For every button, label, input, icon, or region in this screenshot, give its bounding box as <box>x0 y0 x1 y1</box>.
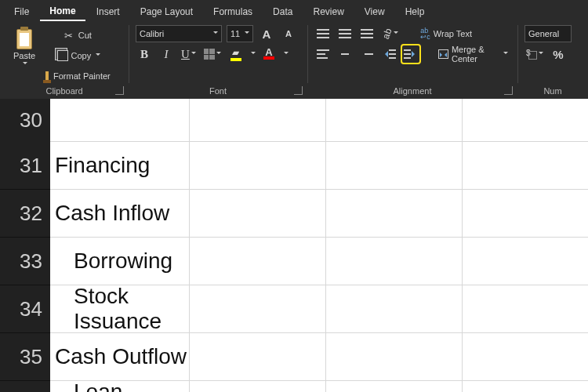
borders-button[interactable] <box>202 45 223 63</box>
group-label-clipboard[interactable]: Clipboard <box>0 83 129 99</box>
cell[interactable]: Loan Repayment <box>50 381 190 392</box>
row-header[interactable]: 32 <box>0 190 50 238</box>
group-number: General <box>517 25 580 83</box>
italic-button[interactable]: I <box>158 45 175 63</box>
cell[interactable] <box>326 333 463 381</box>
tab-review[interactable]: Review <box>303 2 353 20</box>
cell[interactable]: Cash Outflow <box>50 333 190 381</box>
tab-file[interactable]: File <box>5 2 38 20</box>
format-painter-button[interactable]: Format Painter <box>42 67 114 85</box>
paste-button[interactable]: Paste <box>11 25 38 71</box>
align-middle-button[interactable] <box>336 25 354 42</box>
cell[interactable] <box>190 99 326 142</box>
bold-button[interactable]: B <box>136 45 153 63</box>
chevron-down-icon <box>191 52 196 56</box>
cell[interactable]: Borrowing <box>50 238 190 285</box>
row-header[interactable]: 30 <box>0 99 50 142</box>
cell[interactable]: Financing <box>50 142 190 190</box>
font-color-swatch <box>263 56 274 60</box>
decrease-font-icon <box>285 29 292 38</box>
chevron-down-icon[interactable] <box>284 52 289 56</box>
merge-center-label: Merge & Center <box>452 45 499 64</box>
tab-page-layout[interactable]: Page Layout <box>131 2 202 20</box>
copy-button[interactable]: Copy <box>42 47 114 64</box>
font-name-select[interactable]: Calibri <box>136 25 222 42</box>
align-left-button[interactable] <box>314 45 332 63</box>
tab-help[interactable]: Help <box>396 2 434 20</box>
accounting-format-button[interactable] <box>524 45 545 63</box>
tab-home[interactable]: Home <box>40 2 85 21</box>
font-size-select[interactable]: 11 <box>227 25 253 42</box>
spreadsheet-grid[interactable]: 30 31 Financing 32 Cash Inflow 33 Borrow… <box>0 99 588 392</box>
underline-button[interactable]: U <box>180 45 198 63</box>
wrap-text-label: Wrap Text <box>434 29 472 38</box>
group-label-number: Num <box>517 83 588 99</box>
chevron-down-icon <box>394 31 398 36</box>
group-label-font[interactable]: Font <box>129 83 307 99</box>
percent-icon <box>553 48 563 61</box>
chevron-down-icon <box>213 31 218 36</box>
row-header[interactable]: 35 <box>0 333 50 381</box>
cell[interactable]: Stock Issuance <box>50 285 190 333</box>
tab-data[interactable]: Data <box>263 2 302 20</box>
cell[interactable] <box>190 333 326 381</box>
align-right-icon <box>361 49 373 59</box>
cell[interactable] <box>190 142 326 190</box>
cell[interactable] <box>326 238 463 285</box>
cell[interactable]: Cash Inflow <box>50 190 190 238</box>
cell[interactable] <box>326 99 463 142</box>
align-center-button[interactable] <box>336 45 354 63</box>
merge-center-button[interactable]: Merge & Center <box>435 45 511 63</box>
tab-insert[interactable]: Insert <box>87 2 129 20</box>
cell[interactable] <box>50 99 190 142</box>
cell[interactable] <box>463 142 588 190</box>
row-header[interactable]: 31 <box>0 142 50 190</box>
scissors-icon <box>64 30 75 41</box>
cell[interactable] <box>463 190 588 238</box>
chevron-down-icon <box>96 53 100 58</box>
chevron-down-icon <box>503 52 508 56</box>
align-bottom-button[interactable] <box>358 25 376 42</box>
font-name-value: Calibri <box>140 29 164 38</box>
group-label-alignment[interactable]: Alignment <box>307 83 517 99</box>
cell[interactable] <box>326 381 463 392</box>
align-top-button[interactable] <box>314 25 332 42</box>
cell[interactable] <box>463 381 588 392</box>
cell[interactable] <box>190 381 326 392</box>
align-right-button[interactable] <box>358 45 376 63</box>
ribbon-group-labels: Clipboard Font Alignment Num <box>0 83 588 99</box>
tab-formulas[interactable]: Formulas <box>204 2 262 20</box>
row-header[interactable]: 34 <box>0 285 50 333</box>
wrap-text-button[interactable]: ab↩c Wrap Text <box>417 25 475 42</box>
cut-button[interactable]: Cut <box>42 27 114 44</box>
cell[interactable] <box>463 99 588 142</box>
increase-font-button[interactable] <box>258 25 275 42</box>
increase-indent-button[interactable] <box>402 45 419 63</box>
cell[interactable] <box>326 285 463 333</box>
align-center-icon <box>339 49 351 59</box>
accounting-icon <box>526 49 537 60</box>
cell[interactable] <box>190 190 326 238</box>
cell[interactable] <box>463 333 588 381</box>
number-format-select[interactable]: General <box>524 25 572 42</box>
orientation-button[interactable]: ab <box>380 25 400 42</box>
cell[interactable] <box>326 142 463 190</box>
cell[interactable] <box>463 238 588 285</box>
decrease-indent-button[interactable] <box>380 45 397 63</box>
align-middle-icon <box>339 29 351 38</box>
row-header[interactable]: 33 <box>0 238 50 285</box>
percent-format-button[interactable] <box>550 45 567 63</box>
font-color-button[interactable]: A <box>260 45 278 63</box>
tab-view[interactable]: View <box>355 2 394 20</box>
row-header[interactable]: 36 <box>0 381 50 392</box>
cell[interactable] <box>326 190 463 238</box>
paintbrush-icon <box>45 71 49 81</box>
cell[interactable] <box>463 285 588 333</box>
cell[interactable] <box>190 285 326 333</box>
decrease-font-button[interactable] <box>280 25 297 42</box>
fill-color-button[interactable]: ▰ <box>227 45 245 63</box>
clipboard-icon <box>16 29 32 49</box>
increase-font-icon <box>263 27 271 41</box>
cell[interactable] <box>190 238 326 285</box>
chevron-down-icon[interactable] <box>251 52 256 56</box>
